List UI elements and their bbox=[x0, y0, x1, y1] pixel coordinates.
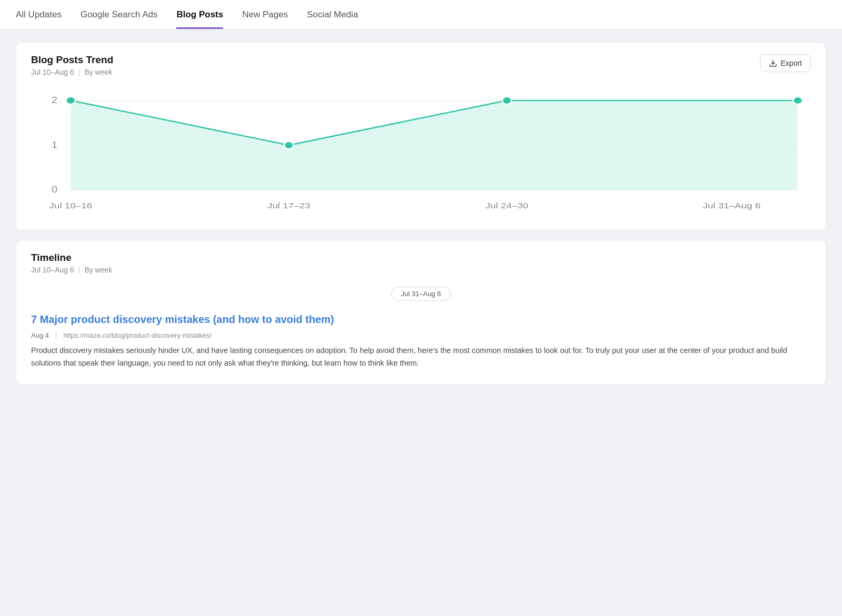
main-content: Blog Posts Trend Jul 10–Aug 6 | By week … bbox=[0, 29, 842, 398]
svg-text:Jul 31–Aug 6: Jul 31–Aug 6 bbox=[703, 201, 760, 210]
trend-card-title: Blog Posts Trend bbox=[31, 54, 113, 66]
week-label-container: Jul 31–Aug 6 bbox=[31, 287, 811, 301]
svg-text:Jul 17–23: Jul 17–23 bbox=[267, 201, 310, 210]
meta-separator: | bbox=[55, 331, 57, 339]
separator2: | bbox=[78, 266, 81, 274]
trend-card-header: Blog Posts Trend Jul 10–Aug 6 | By week … bbox=[16, 43, 826, 79]
timeline-period: By week bbox=[84, 266, 112, 274]
svg-point-11 bbox=[793, 97, 803, 104]
timeline-item-url[interactable]: https://maze.co/blog/product-discovery-m… bbox=[63, 331, 212, 339]
timeline-card: Timeline Jul 10–Aug 6 | By week Jul 31–A… bbox=[16, 240, 826, 385]
timeline-date-range: Jul 10–Aug 6 bbox=[31, 266, 74, 274]
separator: | bbox=[78, 68, 81, 76]
timeline-item-meta: Aug 4 | https://maze.co/blog/product-dis… bbox=[31, 331, 811, 339]
chart-container: 2 1 0 Jul 10–16 Jul 17–23 Jul 24–30 Jul … bbox=[16, 79, 826, 230]
svg-text:2: 2 bbox=[52, 96, 57, 105]
timeline-item-title[interactable]: 7 Major product discovery mistakes (and … bbox=[31, 312, 811, 326]
nav-tab-all-updates[interactable]: All Updates bbox=[16, 0, 62, 29]
timeline-card-header: Timeline Jul 10–Aug 6 | By week bbox=[16, 240, 826, 277]
timeline-item-desc: Product discovery mistakes seriously hin… bbox=[31, 345, 811, 370]
timeline-card-subtitle: Jul 10–Aug 6 | By week bbox=[31, 266, 811, 274]
svg-marker-7 bbox=[71, 100, 798, 190]
svg-point-9 bbox=[284, 142, 294, 149]
svg-point-8 bbox=[66, 97, 76, 104]
timeline-item: 7 Major product discovery mistakes (and … bbox=[31, 312, 811, 370]
svg-point-10 bbox=[502, 97, 512, 104]
export-button[interactable]: Export bbox=[760, 54, 811, 72]
timeline-item-date: Aug 4 bbox=[31, 331, 49, 339]
export-icon bbox=[769, 59, 777, 67]
trend-date-range: Jul 10–Aug 6 bbox=[31, 68, 74, 76]
trend-chart: 2 1 0 Jul 10–16 Jul 17–23 Jul 24–30 Jul … bbox=[31, 85, 811, 221]
svg-text:1: 1 bbox=[52, 140, 57, 150]
svg-text:Jul 24–30: Jul 24–30 bbox=[485, 201, 528, 210]
trend-card: Blog Posts Trend Jul 10–Aug 6 | By week … bbox=[16, 42, 826, 230]
week-label: Jul 31–Aug 6 bbox=[391, 287, 451, 301]
svg-text:Jul 10–16: Jul 10–16 bbox=[49, 201, 93, 210]
svg-text:0: 0 bbox=[52, 185, 57, 195]
timeline-section: Jul 31–Aug 6 7 Major product discovery m… bbox=[16, 287, 826, 385]
trend-card-subtitle: Jul 10–Aug 6 | By week bbox=[31, 68, 113, 76]
trend-period: By week bbox=[84, 68, 112, 76]
nav-tab-blog-posts[interactable]: Blog Posts bbox=[176, 0, 223, 29]
nav-tab-new-pages[interactable]: New Pages bbox=[242, 0, 288, 29]
export-label: Export bbox=[781, 59, 802, 67]
nav-tab-google-search-ads[interactable]: Google Search Ads bbox=[81, 0, 157, 29]
nav-tab-social-media[interactable]: Social Media bbox=[307, 0, 358, 29]
timeline-card-title: Timeline bbox=[31, 252, 811, 264]
nav-tabs: All UpdatesGoogle Search AdsBlog PostsNe… bbox=[0, 0, 842, 29]
